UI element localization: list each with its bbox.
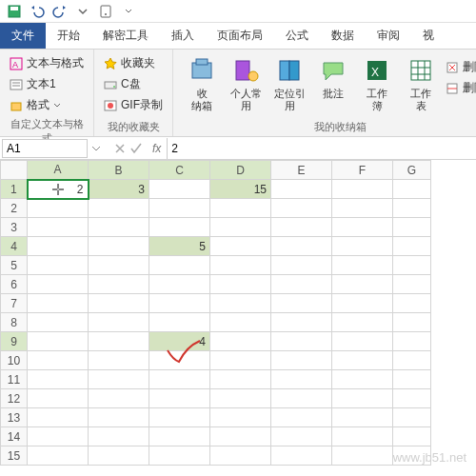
storage-label: 收 纳箱 [191, 88, 212, 112]
tab-review[interactable]: 审阅 [366, 23, 411, 49]
tab-view[interactable]: 视 [411, 23, 446, 49]
delete-end-button[interactable]: 删除末 [444, 57, 476, 77]
col-header-D[interactable]: D [210, 161, 271, 180]
enter-icon[interactable] [129, 143, 143, 154]
row-header-10[interactable]: 10 [1, 351, 28, 370]
tab-decrypt[interactable]: 解密工具 [91, 23, 160, 49]
row-header-6[interactable]: 6 [1, 275, 28, 294]
row-header-12[interactable]: 12 [1, 389, 28, 408]
text-format-button[interactable]: A 文本与格式 [8, 53, 86, 73]
cell-F1[interactable] [332, 180, 393, 199]
text1-button[interactable]: 文本1 [8, 74, 86, 94]
favorites-label: 收藏夹 [121, 55, 155, 71]
group-label-fav: 我的收藏夹 [102, 118, 165, 134]
formula-input[interactable] [167, 138, 476, 159]
formula-bar: fx [0, 137, 476, 160]
cell-C4[interactable]: 5 [149, 237, 210, 256]
notes-button[interactable]: 批注 [312, 53, 354, 118]
col-header-B[interactable]: B [89, 161, 149, 180]
workbook-label: 工作 簿 [367, 88, 387, 112]
col-header-A[interactable]: A [28, 161, 89, 180]
worksheet-button[interactable]: 工作 表 [400, 53, 442, 118]
col-header-E[interactable]: E [271, 161, 332, 180]
cell-B2[interactable] [89, 199, 149, 218]
locate-label: 定位引 用 [274, 88, 306, 112]
qat-dropdown-icon[interactable] [118, 2, 139, 21]
storage-button[interactable]: 收 纳箱 [181, 53, 223, 118]
favorites-button[interactable]: 收藏夹 [102, 53, 165, 73]
tab-home[interactable]: 开始 [46, 23, 91, 49]
svg-rect-22 [411, 61, 430, 80]
svg-rect-18 [280, 61, 289, 80]
save-icon[interactable] [4, 2, 25, 21]
row-header-7[interactable]: 7 [1, 294, 28, 313]
col-header-F[interactable]: F [332, 161, 393, 180]
row-header-11[interactable]: 11 [1, 370, 28, 389]
touch-mode-icon[interactable] [95, 2, 116, 21]
cell-D2[interactable] [210, 199, 271, 218]
svg-text:A: A [12, 60, 18, 69]
cell-C1[interactable] [149, 180, 210, 199]
gif-button[interactable]: GIF录制 [102, 95, 165, 115]
col-header-G[interactable]: G [393, 161, 431, 180]
row-header-3[interactable]: 3 [1, 218, 28, 237]
spreadsheet-grid[interactable]: A B C D E F G 1 2 3 15 2 3 45 5 6 7 8 94… [0, 160, 476, 466]
row-header-8[interactable]: 8 [1, 313, 28, 332]
row-header-4[interactable]: 4 [1, 237, 28, 256]
svg-point-3 [105, 13, 107, 15]
row-header-5[interactable]: 5 [1, 256, 28, 275]
fx-icon[interactable]: fx [152, 142, 161, 155]
tab-layout[interactable]: 页面布局 [206, 23, 274, 49]
tab-insert[interactable]: 插入 [160, 23, 206, 49]
personal-button[interactable]: 个人常 用 [225, 53, 267, 118]
cell-E1[interactable] [271, 180, 332, 199]
ribbon: A 文本与格式 文本1 格式 自定义文本与格式 收藏夹 C盘 [0, 50, 476, 137]
cell-A2[interactable] [28, 199, 89, 218]
cdrive-button[interactable]: C盘 [102, 74, 165, 94]
tab-data[interactable]: 数据 [320, 23, 366, 49]
row-header-9[interactable]: 9 [1, 332, 28, 351]
cell-G1[interactable] [393, 180, 431, 199]
row-header-13[interactable]: 13 [1, 408, 28, 427]
undo-icon[interactable] [27, 2, 48, 21]
cell-A1[interactable]: 2 [28, 180, 89, 199]
cell-B1[interactable]: 3 [89, 180, 149, 199]
notes-label: 批注 [323, 88, 344, 100]
svg-point-13 [108, 103, 113, 109]
group-storage: 收 纳箱 个人常 用 定位引 用 批注 X 工作 簿 工作 表 [173, 50, 476, 136]
cell-D1[interactable]: 15 [210, 180, 271, 199]
select-all-corner[interactable] [1, 161, 28, 180]
cell-C9[interactable]: 4 [149, 332, 210, 351]
delete-sel-label: 删除选 [463, 80, 476, 96]
format-button[interactable]: 格式 [8, 95, 86, 115]
row-header-14[interactable]: 14 [1, 427, 28, 446]
gif-label: GIF录制 [121, 97, 163, 113]
row-header-15[interactable]: 15 [1, 446, 28, 466]
tab-formulas[interactable]: 公式 [274, 23, 320, 49]
svg-rect-19 [289, 61, 299, 80]
personal-label: 个人常 用 [230, 88, 262, 112]
redo-icon[interactable] [50, 2, 70, 21]
cell-C2[interactable] [149, 199, 210, 218]
row-header-1[interactable]: 1 [1, 180, 28, 199]
svg-rect-15 [196, 59, 208, 65]
qat-customize-icon[interactable] [72, 2, 93, 21]
svg-point-11 [113, 86, 115, 88]
namebox-dropdown-icon[interactable] [91, 144, 101, 153]
ribbon-tabs: 文件 开始 解密工具 插入 页面布局 公式 数据 审阅 视 [0, 23, 476, 50]
name-box-input[interactable] [2, 139, 88, 158]
delete-sel-button[interactable]: 删除选 [444, 78, 476, 98]
watermark-text: www.jb51.net [393, 450, 466, 465]
col-header-C[interactable]: C [149, 161, 210, 180]
svg-rect-1 [10, 7, 18, 10]
cdrive-label: C盘 [121, 76, 141, 92]
text-format-label: 文本与格式 [27, 55, 84, 71]
cancel-icon[interactable] [114, 143, 126, 154]
locate-button[interactable]: 定位引 用 [268, 53, 310, 118]
group-favorites: 收藏夹 C盘 GIF录制 我的收藏夹 [94, 50, 173, 136]
svg-rect-16 [236, 61, 249, 80]
tab-file[interactable]: 文件 [0, 23, 46, 49]
worksheet-label: 工作 表 [410, 88, 431, 112]
workbook-button[interactable]: X 工作 簿 [356, 53, 398, 118]
row-header-2[interactable]: 2 [1, 199, 28, 218]
